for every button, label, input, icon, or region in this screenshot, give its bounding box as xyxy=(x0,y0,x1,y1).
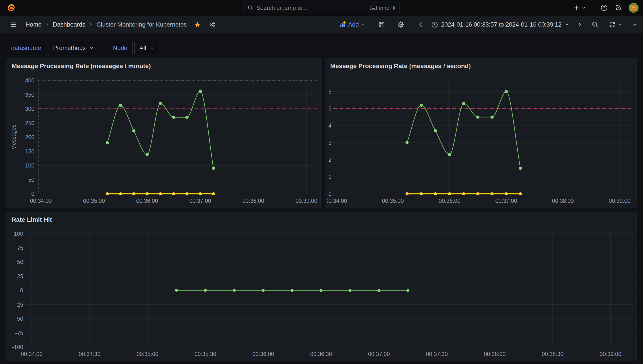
svg-text:00:37:00: 00:37:00 xyxy=(189,198,211,204)
svg-text:00:34:30: 00:34:30 xyxy=(79,351,100,357)
svg-text:4: 4 xyxy=(328,122,332,129)
svg-text:00:36:00: 00:36:00 xyxy=(439,198,460,204)
svg-text:6: 6 xyxy=(328,88,332,95)
chevron-down-icon xyxy=(89,46,94,50)
svg-text:00:36:00: 00:36:00 xyxy=(136,198,158,204)
menu-icon[interactable] xyxy=(10,21,17,28)
favorite-star-icon[interactable] xyxy=(194,21,201,28)
clock-icon xyxy=(431,21,438,28)
svg-text:00:37:00: 00:37:00 xyxy=(495,198,517,204)
time-range-forward-button[interactable] xyxy=(577,22,583,28)
svg-text:25: 25 xyxy=(17,273,23,279)
svg-text:-75: -75 xyxy=(15,330,23,336)
datasource-select[interactable]: Prometheus xyxy=(48,41,99,55)
chevron-right-icon xyxy=(45,22,49,26)
svg-text:00:39:00: 00:39:00 xyxy=(600,351,621,357)
svg-text:00:35:00: 00:35:00 xyxy=(137,351,158,357)
chevron-up-icon xyxy=(632,22,638,28)
svg-text:350: 350 xyxy=(25,92,35,98)
datasource-label[interactable]: datasource xyxy=(6,41,46,55)
svg-text:00:36:00: 00:36:00 xyxy=(252,351,274,357)
svg-text:00:34:00: 00:34:00 xyxy=(325,198,347,204)
svg-text:00:35:00: 00:35:00 xyxy=(382,198,404,204)
svg-text:3: 3 xyxy=(328,140,332,146)
svg-text:00:37:00: 00:37:00 xyxy=(368,351,390,357)
svg-text:00:38:30: 00:38:30 xyxy=(542,351,563,357)
svg-text:100: 100 xyxy=(14,230,23,237)
svg-text:00:34:00: 00:34:00 xyxy=(21,351,43,357)
svg-text:00:35:00: 00:35:00 xyxy=(83,198,105,204)
node-select[interactable]: All xyxy=(134,41,159,55)
svg-text:00:34:00: 00:34:00 xyxy=(30,198,52,204)
breadcrumb: Home Dashboards Cluster Monitoring for K… xyxy=(26,21,216,28)
chevron-down-icon xyxy=(150,46,154,50)
svg-text:00:38:00: 00:38:00 xyxy=(242,198,264,204)
user-avatar[interactable] xyxy=(629,3,638,13)
svg-text:75: 75 xyxy=(17,245,23,251)
chevron-left-icon xyxy=(418,22,424,28)
node-label[interactable]: Node xyxy=(108,41,133,55)
svg-text:00:38:00: 00:38:00 xyxy=(552,198,574,204)
collapse-topbar-button[interactable] xyxy=(632,22,638,28)
svg-text:00:38:00: 00:38:00 xyxy=(484,351,506,357)
save-icon xyxy=(378,21,385,28)
svg-text:1: 1 xyxy=(328,174,332,180)
keyboard-icon xyxy=(370,5,377,10)
search-shortcut: cmd+k xyxy=(379,5,395,11)
add-panel-icon xyxy=(339,21,346,28)
zoom-out-icon xyxy=(592,21,599,28)
chevron-down-icon xyxy=(581,6,586,10)
chevron-down-icon xyxy=(565,22,569,27)
time-range-picker[interactable]: 2024-01-16 00:33:57 to 2024-01-16 00:39:… xyxy=(431,21,569,28)
dashboard-settings-button[interactable] xyxy=(397,21,404,28)
share-icon[interactable] xyxy=(209,21,216,28)
chevron-down-icon xyxy=(361,22,365,27)
grafana-logo[interactable] xyxy=(6,3,16,12)
svg-text:00:37:30: 00:37:30 xyxy=(426,351,448,357)
breadcrumb-dashboards[interactable]: Dashboards xyxy=(53,21,85,28)
gear-icon xyxy=(397,21,404,28)
chevron-right-icon xyxy=(89,22,93,26)
svg-text:-50: -50 xyxy=(15,316,23,322)
chevron-right-icon xyxy=(577,22,583,28)
breadcrumb-current: Cluster Monitoring for Kubernetes xyxy=(97,21,187,28)
svg-text:-25: -25 xyxy=(15,302,23,308)
panel-rate-limit-hit[interactable]: Rate Limit Hit -100-75-50-25025507510000… xyxy=(6,212,637,361)
svg-text:200: 200 xyxy=(25,134,35,140)
new-button[interactable] xyxy=(573,5,586,11)
zoom-out-button[interactable] xyxy=(592,21,599,28)
svg-text:Messages: Messages xyxy=(11,124,17,150)
svg-text:300: 300 xyxy=(25,106,35,112)
add-button[interactable]: Add xyxy=(339,21,365,28)
breadcrumb-home[interactable]: Home xyxy=(26,21,42,28)
news-rss-icon[interactable] xyxy=(615,4,621,11)
svg-text:0: 0 xyxy=(20,287,23,294)
svg-text:00:35:30: 00:35:30 xyxy=(194,351,216,357)
help-icon[interactable] xyxy=(600,4,608,12)
time-range-text: 2024-01-16 00:33:57 to 2024-01-16 00:39:… xyxy=(441,21,562,28)
svg-text:00:36:30: 00:36:30 xyxy=(310,351,332,357)
time-range-back-button[interactable] xyxy=(418,22,424,28)
panel-message-rate-minute[interactable]: Message Processing Rate (messages / minu… xyxy=(6,58,321,208)
svg-text:5: 5 xyxy=(328,106,332,112)
svg-text:-100: -100 xyxy=(12,344,23,350)
search-input[interactable]: Search or jump to... cmd+k xyxy=(243,2,400,14)
topbar-divider xyxy=(593,3,593,12)
svg-text:50: 50 xyxy=(28,177,35,183)
svg-text:400: 400 xyxy=(25,77,35,84)
svg-text:00:39:00: 00:39:00 xyxy=(609,198,630,204)
refresh-button[interactable] xyxy=(608,21,622,28)
search-icon xyxy=(248,5,253,11)
svg-text:250: 250 xyxy=(25,120,35,126)
dashboard-nav-bar: Home Dashboards Cluster Monitoring for K… xyxy=(0,16,643,34)
svg-text:100: 100 xyxy=(25,162,35,168)
chevron-down-icon xyxy=(617,22,622,27)
svg-text:0: 0 xyxy=(328,191,332,197)
svg-text:0: 0 xyxy=(31,191,35,197)
panel-message-rate-second[interactable]: Message Processing Rate (messages / seco… xyxy=(325,58,637,208)
variables-row: datasource Prometheus Node All xyxy=(6,41,159,55)
refresh-icon xyxy=(608,21,616,28)
svg-text:2: 2 xyxy=(328,156,332,163)
save-dashboard-button[interactable] xyxy=(378,21,385,28)
search-placeholder: Search or jump to... xyxy=(257,4,370,12)
